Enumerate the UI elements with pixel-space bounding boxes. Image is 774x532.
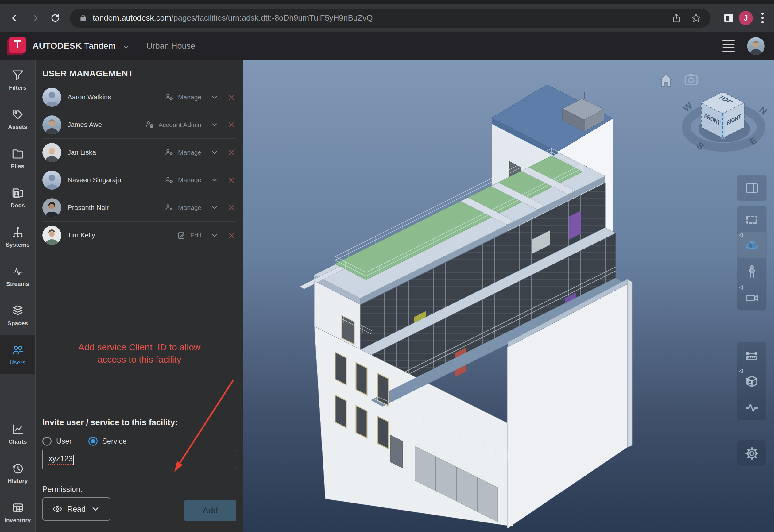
browser-tabstrip: [0, 0, 774, 4]
remove-user-icon[interactable]: [228, 94, 235, 101]
sidebar-item-users[interactable]: Users: [0, 335, 35, 374]
avatar: [42, 198, 61, 217]
permission-label: Permission:: [42, 485, 236, 494]
role-label[interactable]: Manage: [178, 149, 201, 156]
camera-button[interactable]: [737, 284, 766, 310]
permission-select[interactable]: Read: [42, 497, 110, 521]
chevron-down-icon: [91, 504, 100, 514]
main-menu-icon[interactable]: [721, 38, 737, 54]
client-id-input[interactable]: xyz123: [42, 450, 236, 469]
browser-menu-icon[interactable]: [759, 11, 766, 25]
user-avatar[interactable]: [747, 37, 765, 55]
sidebar-item-charts[interactable]: Charts: [0, 414, 35, 453]
address-bar[interactable]: tandem.autodesk.com/pages/facilities/urn…: [70, 9, 710, 28]
role-label[interactable]: Edit: [190, 232, 201, 239]
role-label[interactable]: Manage: [178, 94, 201, 101]
url-host: tandem.autodesk.com: [93, 13, 171, 22]
remove-user-icon[interactable]: [228, 176, 235, 184]
browser-back-button[interactable]: [8, 11, 21, 25]
sidebar-item-assets[interactable]: Assets: [0, 99, 35, 139]
chevron-down-icon[interactable]: [211, 148, 219, 156]
url-text: tandem.autodesk.com/pages/facilities/urn…: [93, 13, 662, 23]
chevron-down-icon[interactable]: [211, 121, 219, 129]
section-box-button[interactable]: [737, 368, 766, 394]
first-person-icon: [745, 264, 759, 279]
remove-user-icon[interactable]: [228, 204, 235, 211]
sidebar-item-systems[interactable]: Systems: [0, 217, 35, 256]
split-view-icon: [745, 181, 759, 195]
facility-switcher-chevron-icon[interactable]: [122, 43, 130, 51]
sidebar-item-files[interactable]: Files: [0, 139, 35, 178]
sidebar-item-streams[interactable]: Streams: [0, 256, 35, 296]
browser-reload-button[interactable]: [48, 11, 62, 25]
radio-service-circle[interactable]: [88, 437, 98, 446]
chevron-down-icon[interactable]: [211, 93, 219, 101]
toolbar-group-navigate: [737, 206, 767, 311]
browser-forward-button[interactable]: [28, 11, 42, 25]
measure-icon: [745, 348, 759, 363]
add-button[interactable]: Add: [184, 500, 236, 521]
toolbar-group-view: [737, 175, 767, 201]
remove-user-icon[interactable]: [228, 232, 235, 239]
header-divider: [138, 40, 138, 52]
manage-role-icon: [164, 203, 174, 212]
home-icon[interactable]: [658, 72, 674, 88]
systems-tree-icon: [11, 226, 24, 239]
flyout-triangle-icon: [738, 368, 745, 375]
user-row: Naveen Singaraju Manage: [42, 166, 236, 194]
remove-user-icon[interactable]: [228, 121, 235, 129]
chevron-down-icon[interactable]: [211, 176, 219, 184]
share-icon[interactable]: [671, 13, 682, 23]
radio-service[interactable]: Service: [88, 437, 127, 446]
settings-button[interactable]: [737, 440, 766, 466]
remove-user-icon[interactable]: [228, 149, 235, 156]
side-panel-icon[interactable]: [723, 12, 734, 24]
edit-role-icon: [177, 231, 186, 240]
measure-button[interactable]: [737, 342, 766, 368]
invite-heading: Invite user / service to this facility:: [42, 418, 236, 427]
sidebar-item-docs[interactable]: Docs: [0, 178, 35, 217]
split-view-button[interactable]: [737, 175, 766, 201]
manage-role-icon: [164, 175, 174, 185]
user-row: Jan Liska Manage: [42, 139, 236, 166]
window-select-icon: [745, 212, 759, 227]
table-icon: [11, 501, 24, 514]
app-header: T AUTODESK Tandem Urban House: [0, 32, 774, 60]
invite-type-radios: User Service: [42, 437, 236, 446]
filter-icon: [11, 69, 24, 82]
sidebar-item-filters[interactable]: Filters: [0, 60, 35, 99]
user-name: Tim Kelly: [68, 231, 95, 239]
tandem-logo: T: [7, 37, 26, 55]
role-label[interactable]: Manage: [178, 176, 201, 184]
bookmark-star-icon[interactable]: [691, 13, 701, 23]
window-select-button[interactable]: [737, 206, 766, 232]
orbit-button[interactable]: [737, 232, 766, 258]
text-caret: [73, 455, 74, 465]
chevron-down-icon[interactable]: [211, 204, 219, 212]
eye-icon: [52, 504, 62, 514]
sidebar-item-inventory[interactable]: Inventory: [0, 493, 35, 532]
browser-chrome: tandem.autodesk.com/pages/facilities/urn…: [0, 0, 774, 32]
brand-title: AUTODESK Tandem: [33, 41, 116, 51]
sidebar-item-history[interactable]: History: [0, 453, 35, 493]
role-label[interactable]: Manage: [178, 204, 201, 211]
user-row: James Awe Account Admin: [42, 111, 236, 139]
sidebar-item-spaces[interactable]: Spaces: [0, 296, 35, 335]
manage-role-icon: [164, 93, 174, 102]
role-label[interactable]: Account Admin: [158, 121, 201, 129]
radio-user[interactable]: User: [42, 437, 72, 446]
browser-profile-avatar[interactable]: J: [739, 11, 753, 25]
radio-user-circle[interactable]: [42, 437, 52, 446]
chevron-down-icon[interactable]: [211, 231, 219, 239]
chart-icon: [11, 423, 24, 436]
viewer-canvas[interactable]: W N S E TOP FRONT RIGHT: [243, 60, 774, 532]
user-name: Naveen Singaraju: [68, 176, 121, 184]
first-person-button[interactable]: [737, 258, 766, 284]
brand-product: Tandem: [84, 41, 116, 51]
streams-pulse-button[interactable]: [737, 394, 766, 420]
toolbar-group-settings: [737, 440, 767, 467]
flyout-triangle-icon: [738, 284, 745, 291]
layers-icon: [11, 304, 24, 317]
camera-icon: [745, 290, 759, 305]
flyout-triangle-icon: [738, 232, 745, 239]
